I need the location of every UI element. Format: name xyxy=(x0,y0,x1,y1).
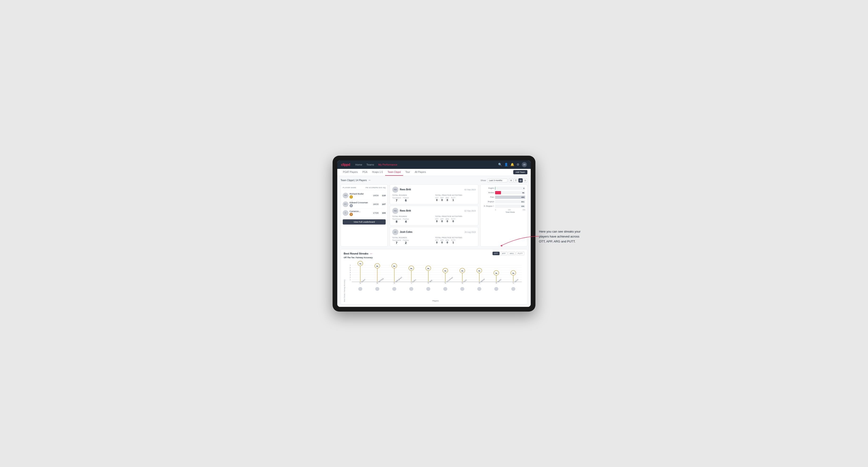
bar-fill xyxy=(495,200,514,203)
search-icon[interactable]: 🔍 xyxy=(498,163,502,166)
y-axis-label: Best Streak, Fairway Accuracy xyxy=(344,261,345,302)
svg-point-34 xyxy=(409,287,413,291)
nav-bar: clippd Home Teams My Performance 🔍 👤 🔔 ⚙… xyxy=(337,160,531,169)
player-info: RB Richard Butler 1 xyxy=(343,192,370,198)
streaks-svg-container: 12345677xE. Ewert6xB. McHarg6xD. Billing… xyxy=(347,261,524,302)
streaks-toggle: OTT APP ARG PUTT xyxy=(493,252,524,255)
lb-header: PLAYER NAME PB SCORE PB AVG SQ xyxy=(343,187,385,190)
bar-value: 499 xyxy=(521,196,524,198)
svg-text:4x: 4x xyxy=(444,270,446,272)
svg-text:6: 6 xyxy=(349,267,351,269)
bar-chart-row: Birdies 96 xyxy=(483,191,525,194)
edit-icon[interactable]: ✏ xyxy=(369,179,371,182)
player-info: EC Edward Crossman 2 xyxy=(343,201,370,207)
svg-point-59 xyxy=(494,287,498,291)
pb-score: 18/20 xyxy=(370,203,379,206)
nav-my-performance[interactable]: My Performance xyxy=(378,163,398,166)
avatar[interactable]: JD xyxy=(522,162,527,167)
show-select[interactable]: Last 3 months Last 6 months Last 12 mont… xyxy=(487,179,507,182)
rounds-stats: Total Rounds Tournament 7 Practice xyxy=(392,194,433,202)
team-controls: Show Last 3 months Last 6 months Last 12… xyxy=(480,178,527,183)
view-toggle: ⊞ ☰ ▤ ⊟ xyxy=(509,178,527,183)
card-view-btn[interactable]: ▤ xyxy=(519,178,523,183)
player-name: Josh Coles xyxy=(400,231,412,233)
svg-point-39 xyxy=(426,287,430,291)
svg-text:3: 3 xyxy=(349,274,351,276)
bar-value: 131 xyxy=(521,205,524,207)
bar-chart-row: Pars 499 xyxy=(483,195,525,199)
pb-avg: 107 xyxy=(379,203,385,206)
bar-fill xyxy=(495,205,503,208)
svg-point-54 xyxy=(477,287,481,291)
bar-label: Bogeys xyxy=(483,200,494,203)
avatar: EC xyxy=(343,201,348,207)
subnav-tour[interactable]: Tour xyxy=(403,169,412,176)
streaks-header: Best Round Streaks ← OTT APP ARG PUTT xyxy=(344,252,524,255)
name-badge: Cameron... 3 xyxy=(349,210,361,216)
name-badge: Richard Butler 1 xyxy=(349,192,364,198)
svg-point-64 xyxy=(512,287,516,291)
card-header: RB Rees Britt 02 Sep 2023 xyxy=(392,187,476,193)
svg-marker-65 xyxy=(500,245,502,247)
view-full-leaderboard-button[interactable]: View Full Leaderboard xyxy=(343,219,385,224)
svg-point-44 xyxy=(443,287,447,291)
avatar: C xyxy=(343,210,348,216)
svg-text:D. Billingham: D. Billingham xyxy=(393,276,403,284)
pb-avg: 110 xyxy=(379,194,385,197)
avatar: JC xyxy=(392,229,398,235)
user-icon[interactable]: 👤 xyxy=(504,163,508,166)
subnav-team-clippd[interactable]: Team Clippd xyxy=(385,169,403,176)
app-toggle-btn[interactable]: APP xyxy=(500,252,507,255)
grid-view-btn[interactable]: ⊞ xyxy=(509,178,513,183)
player-name: Rees Britt xyxy=(400,188,411,191)
nav-teams[interactable]: Teams xyxy=(366,163,375,166)
bar-fill xyxy=(495,187,495,190)
nav-icons: 🔍 👤 🔔 ⚙ JD xyxy=(498,162,527,167)
arg-toggle-btn[interactable]: ARG xyxy=(508,252,516,255)
bell-icon[interactable]: 🔔 xyxy=(510,163,514,166)
streaks-section: Best Round Streaks ← OTT APP ARG PUTT Of… xyxy=(341,249,527,305)
table-row: EC Edward Crossman 2 18/20 107 xyxy=(343,200,385,209)
putt-toggle-btn[interactable]: PUTT xyxy=(516,252,524,255)
nav-home[interactable]: Home xyxy=(355,163,363,166)
svg-point-24 xyxy=(375,287,379,291)
svg-text:1: 1 xyxy=(349,278,351,281)
table-row: C Cameron... 3 17/20 103 xyxy=(343,209,385,217)
add-team-button[interactable]: Add Team xyxy=(513,170,527,174)
table-view-btn[interactable]: ⊟ xyxy=(523,178,527,183)
player-name: Edward Crossman xyxy=(349,201,368,204)
card-stats: Total Rounds Tournament 7 Practice xyxy=(392,237,476,245)
list-view-btn[interactable]: ☰ xyxy=(514,178,518,183)
ott-toggle-btn[interactable]: OTT xyxy=(493,252,500,255)
bar-value: 311 xyxy=(521,200,524,203)
chart-x-title: Total Shots xyxy=(483,211,525,213)
streaks-title: Best Round Streaks ← xyxy=(344,252,373,255)
card-header: JC Josh Coles 26 Aug 2023 xyxy=(392,229,476,235)
svg-text:4x: 4x xyxy=(461,270,463,272)
practice-stats: Total Practice Activities OTT 0 APP xyxy=(435,194,476,202)
svg-text:7: 7 xyxy=(349,264,351,267)
logo: clippd xyxy=(341,163,350,166)
bar-track: 3 xyxy=(495,187,525,190)
subnav-hcaps[interactable]: Hcaps 1-5 xyxy=(370,169,385,176)
pb-avg: 103 xyxy=(379,212,385,214)
bar-label: Pars xyxy=(483,196,494,198)
bar-value: 96 xyxy=(522,191,524,194)
subnav-pgat[interactable]: PGAT Players xyxy=(341,169,360,176)
svg-text:7x: 7x xyxy=(359,263,361,265)
settings-icon[interactable]: ⚙ xyxy=(517,163,519,166)
team-header: Team Clippd | 14 Players ✏ Show Last 3 m… xyxy=(341,178,527,183)
subnav-pga[interactable]: PGA xyxy=(360,169,370,176)
rank-badge: 3 xyxy=(349,213,353,216)
subnav-all-players[interactable]: All Players xyxy=(412,169,428,176)
svg-point-19 xyxy=(358,287,362,291)
card-header: RB Rees Britt 02 Sep 2023 xyxy=(392,208,476,214)
pb-score: 19/20 xyxy=(370,194,379,197)
arrow-indicator: ← xyxy=(370,252,373,255)
svg-text:3x: 3x xyxy=(495,272,497,274)
svg-text:B. Ford: B. Ford xyxy=(461,279,467,284)
x-axis-label: Players xyxy=(347,300,524,302)
card-stats: Total Rounds Tournament 8 Practice xyxy=(392,215,476,223)
bar-label: Birdies xyxy=(483,191,494,194)
bar-track: 499 xyxy=(495,195,525,199)
